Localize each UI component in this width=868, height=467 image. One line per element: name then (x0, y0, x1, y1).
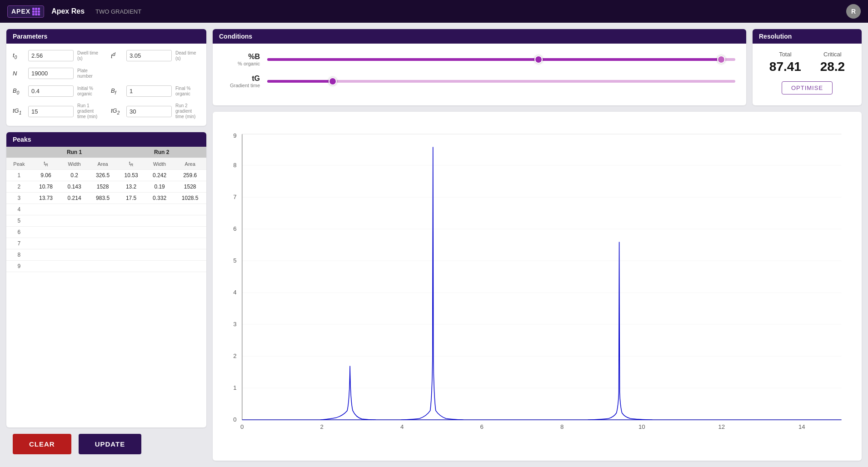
tg-slider-track[interactable] (267, 80, 735, 83)
params-grid: t0 Dwell time (s) td Dead time (s) N Pla… (13, 50, 200, 119)
param-td-desc: Dead time (s) (175, 50, 200, 61)
svg-text:2: 2 (233, 353, 236, 359)
tg-row: tG Gradient time (224, 75, 735, 88)
r1-area (89, 204, 117, 215)
r2-tr: 10.53 (117, 170, 145, 181)
pct-b-slider-track[interactable] (267, 58, 735, 61)
param-tG2-label: tG2 (111, 107, 123, 115)
param-placeholder-row (111, 68, 200, 79)
table-row: 6 (6, 227, 206, 238)
pct-b-thumb2[interactable] (717, 55, 725, 64)
conditions-body: %B % organic tG Gradient ti (213, 44, 746, 105)
svg-text:7: 7 (233, 194, 236, 200)
table-row: 2 10.78 0.143 1528 13.2 0.19 1528 (6, 181, 206, 193)
total-col: Total 87.41 (769, 51, 801, 74)
param-N-row: N Plate number (13, 68, 102, 79)
pct-b-sublabel: % organic (224, 61, 260, 66)
param-t0-input[interactable] (28, 50, 74, 61)
logo-text: APEX (11, 8, 30, 15)
r1-area (89, 215, 117, 227)
pct-b-thumb1[interactable] (534, 55, 543, 64)
svg-text:12: 12 (718, 423, 725, 430)
svg-text:2: 2 (320, 423, 324, 430)
r1-tr (32, 204, 60, 215)
svg-text:8: 8 (560, 423, 564, 430)
param-tG1-desc: Run 1 gradient time (min) (77, 103, 102, 119)
r1-area (89, 238, 117, 249)
parameters-header: Parameters (6, 29, 206, 44)
r2-area: 259.6 (174, 170, 206, 181)
conditions-panel: Conditions %B % organic (213, 29, 746, 105)
r2-width: 0.19 (145, 181, 174, 193)
svg-rect-0 (242, 134, 842, 420)
r1-tr (32, 227, 60, 238)
peak-num: 1 (6, 170, 32, 181)
update-button[interactable]: UPDATE (79, 434, 142, 454)
param-td-row: td Dead time (s) (111, 50, 200, 61)
param-Bf-row: Bf Final % organic (111, 85, 200, 97)
peak-num: 6 (6, 227, 32, 238)
avatar[interactable]: R (846, 4, 861, 19)
param-B0-input[interactable] (28, 85, 74, 97)
r2-width (145, 261, 174, 272)
r1-area (89, 227, 117, 238)
table-row: 1 9.06 0.2 326.5 10.53 0.242 259.6 (6, 170, 206, 181)
param-Bf-label: Bf (111, 87, 123, 95)
r2-width (145, 227, 174, 238)
param-B0-desc: Initial % organic (77, 86, 102, 97)
r2-tr: 17.5 (117, 193, 145, 204)
r2-tr: 13.2 (117, 181, 145, 193)
param-B0-row: B0 Initial % organic (13, 85, 102, 97)
param-B0-label: B0 (13, 87, 25, 95)
r1-area (89, 249, 117, 261)
bottom-buttons: CLEAR UPDATE (6, 434, 206, 454)
param-tG1-input[interactable] (28, 106, 74, 117)
r2-area: 1028.5 (174, 193, 206, 204)
r1-area: 326.5 (89, 170, 117, 181)
param-tG2-input[interactable] (126, 106, 172, 117)
peak-num: 2 (6, 181, 32, 193)
r2-area (174, 215, 206, 227)
conditions-header: Conditions (213, 29, 746, 44)
param-Bf-input[interactable] (126, 85, 172, 97)
left-column: Parameters t0 Dwell time (s) td Dead tim… (6, 29, 206, 461)
r2-tr (117, 227, 145, 238)
r1-tr: 13.73 (32, 193, 60, 204)
param-N-input[interactable] (28, 68, 74, 79)
param-td-input[interactable] (126, 50, 172, 61)
col-r2-tr: tR (117, 158, 145, 170)
resolution-cols: Total 87.41 Critical 28.2 (760, 51, 854, 74)
r1-width (60, 261, 89, 272)
svg-text:0: 0 (233, 416, 236, 423)
col-r2-width: Width (145, 158, 174, 170)
r2-width: 0.242 (145, 170, 174, 181)
svg-text:9: 9 (233, 132, 236, 139)
svg-text:14: 14 (798, 423, 805, 430)
tg-thumb[interactable] (329, 77, 337, 85)
r1-tr (32, 249, 60, 261)
param-t0-label: t0 (13, 52, 25, 60)
r2-width (145, 215, 174, 227)
r1-tr (32, 261, 60, 272)
peak-num: 9 (6, 261, 32, 272)
col-peak-header (6, 147, 32, 158)
svg-text:10: 10 (639, 423, 645, 430)
table-row: 8 (6, 249, 206, 261)
clear-button[interactable]: CLEAR (13, 434, 71, 454)
peaks-table: Run 1 Run 2 Peak tR Width Area tR Width … (6, 147, 206, 272)
chromatogram-chart: 0 1 2 3 4 5 6 7 8 9 0 2 4 6 8 10 12 14 (219, 118, 855, 454)
svg-text:6: 6 (480, 423, 484, 430)
col-r1-tr: tR (32, 158, 60, 170)
r2-tr (117, 204, 145, 215)
peak-num: 8 (6, 249, 32, 261)
svg-text:6: 6 (233, 225, 236, 232)
peak-num: 4 (6, 204, 32, 215)
right-area: Conditions %B % organic (213, 29, 862, 461)
svg-text:5: 5 (233, 257, 236, 264)
pct-b-label-container: %B % organic (224, 53, 260, 66)
optimise-button[interactable]: OPTIMISE (782, 81, 833, 94)
critical-value: 28.2 (820, 60, 845, 74)
r2-tr (117, 261, 145, 272)
pct-b-row: %B % organic (224, 53, 735, 66)
r2-width (145, 249, 174, 261)
